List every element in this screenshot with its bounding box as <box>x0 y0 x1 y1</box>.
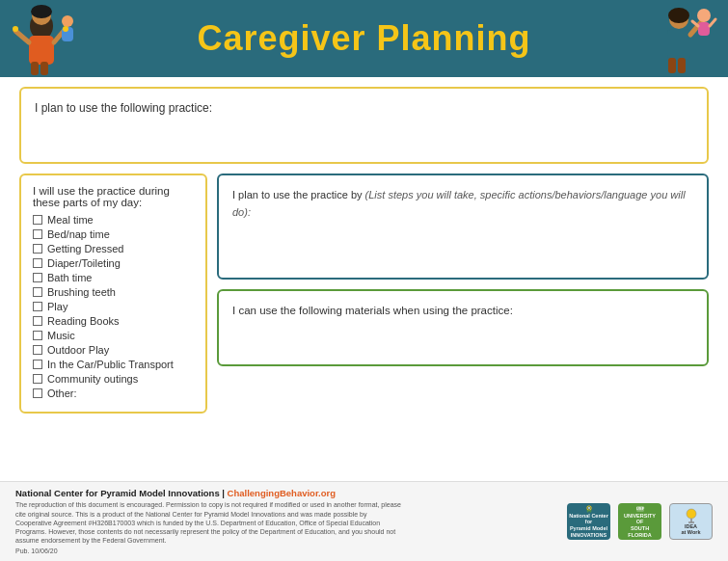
svg-rect-3 <box>29 36 54 65</box>
svg-line-21 <box>692 21 698 26</box>
header-title: Caregiver Planning <box>197 18 530 59</box>
checklist-item-label: Getting Dressed <box>47 243 123 254</box>
svg-line-6 <box>15 31 29 42</box>
svg-point-13 <box>668 8 689 23</box>
practice-box: I plan to use the following practice: <box>19 87 709 164</box>
svg-rect-5 <box>40 62 48 75</box>
checkbox-icon[interactable] <box>33 302 42 311</box>
header: Caregiver Planning <box>0 0 728 77</box>
checkbox-icon[interactable] <box>33 258 42 268</box>
checkbox-icon[interactable] <box>33 229 42 239</box>
checkbox-icon[interactable] <box>33 331 42 340</box>
checklist-title: I will use the practice during these par… <box>33 185 194 208</box>
checkbox-icon[interactable] <box>33 215 42 225</box>
footer-org-text: National Center for Pyramid Model Innova… <box>15 488 401 498</box>
list-item: Bath time <box>33 272 194 283</box>
figure-right-icon <box>638 2 720 77</box>
svg-point-8 <box>62 15 73 27</box>
checklist-item-label: Other: <box>47 387 77 399</box>
svg-point-11 <box>63 26 68 32</box>
checklist-item-label: Outdoor Play <box>47 344 109 356</box>
ncpmi-logo: National Center forPyramid ModelINNOVATI… <box>567 503 610 540</box>
checkbox-icon[interactable] <box>33 316 42 326</box>
list-item: Play <box>33 301 194 312</box>
svg-text:USF: USF <box>635 506 644 511</box>
practice-box-label: I plan to use the following practice: <box>35 101 212 115</box>
idea-logo: IDEAat Work <box>669 503 713 540</box>
footer-small-text: The reproduction of this document is enc… <box>15 500 401 544</box>
checkbox-icon[interactable] <box>33 374 42 384</box>
checkbox-icon[interactable] <box>33 244 42 254</box>
list-item: Community outings <box>33 373 194 385</box>
checklist-item-label: Bath time <box>47 272 92 283</box>
checkbox-icon[interactable] <box>33 287 42 297</box>
checklist-item-label: Music <box>47 330 75 341</box>
steps-box: I plan to use the practice by (List step… <box>217 174 709 280</box>
checklist-item-label: Brushing teeth <box>47 286 116 298</box>
list-item: Diaper/Toileting <box>33 257 194 269</box>
checklist-box: I will use the practice during these par… <box>19 174 207 414</box>
bottom-row: I will use the practice during these par… <box>19 174 709 414</box>
list-item: Meal time <box>33 214 194 226</box>
svg-point-10 <box>13 26 18 32</box>
checklist-item-label: Play <box>47 301 67 312</box>
usf-logo-icon: USF <box>631 505 650 513</box>
checklist-item-label: Diaper/Toileting <box>47 257 121 269</box>
svg-rect-4 <box>31 62 39 75</box>
main-content: I plan to use the following practice: I … <box>0 77 728 423</box>
svg-rect-19 <box>698 22 710 36</box>
idea-logo-icon <box>682 508 701 523</box>
checklist-item-label: Meal time <box>47 214 94 226</box>
checklist-item-label: Bed/nap time <box>47 228 110 240</box>
checklist-item-label: Community outings <box>47 373 138 385</box>
list-item: Reading Books <box>33 315 194 327</box>
steps-label: I plan to use the practice by (List step… <box>232 189 686 218</box>
footer-pub-date: Pub. 10/06/20 <box>15 547 401 555</box>
list-item: In the Car/Public Transport <box>33 359 194 370</box>
svg-point-2 <box>31 5 52 18</box>
ncpmi-logo-text: National Center forPyramid ModelINNOVATI… <box>569 513 608 538</box>
footer-link[interactable]: ChallengingBehavior.org <box>228 488 336 498</box>
svg-rect-14 <box>667 29 690 60</box>
checkbox-icon[interactable] <box>33 345 42 355</box>
svg-rect-15 <box>668 58 676 73</box>
list-item: Getting Dressed <box>33 243 194 254</box>
svg-point-24 <box>588 507 590 509</box>
figure-left-icon <box>8 2 90 77</box>
idea-logo-text: IDEAat Work <box>681 523 700 536</box>
materials-label: I can use the following materials when u… <box>232 305 513 316</box>
footer-text-block: National Center for Pyramid Model Innova… <box>15 488 401 555</box>
checkbox-icon[interactable] <box>33 273 42 282</box>
footer-logos: National Center forPyramid ModelINNOVATI… <box>567 503 713 540</box>
list-item: Bed/nap time <box>33 228 194 240</box>
checklist-item-label: Reading Books <box>47 315 120 327</box>
usf-logo: USF UNIVERSITY OFSOUTHFLORIDA <box>618 503 661 540</box>
list-item: Music <box>33 330 194 341</box>
checkbox-icon[interactable] <box>33 360 42 369</box>
list-item: Other: <box>33 387 194 399</box>
svg-rect-16 <box>678 58 686 73</box>
footer: National Center for Pyramid Model Innova… <box>0 481 728 561</box>
right-column: I plan to use the practice by (List step… <box>217 174 709 414</box>
checkbox-icon[interactable] <box>33 388 42 398</box>
svg-point-18 <box>697 9 711 22</box>
materials-box: I can use the following materials when u… <box>217 289 709 366</box>
svg-line-20 <box>710 19 715 26</box>
list-item: Brushing teeth <box>33 286 194 298</box>
list-item: Outdoor Play <box>33 344 194 356</box>
ncpmi-logo-icon <box>579 505 600 513</box>
svg-point-30 <box>687 509 696 519</box>
usf-logo-text: UNIVERSITY OFSOUTHFLORIDA <box>620 513 660 538</box>
checklist-item-label: In the Car/Public Transport <box>47 359 174 370</box>
